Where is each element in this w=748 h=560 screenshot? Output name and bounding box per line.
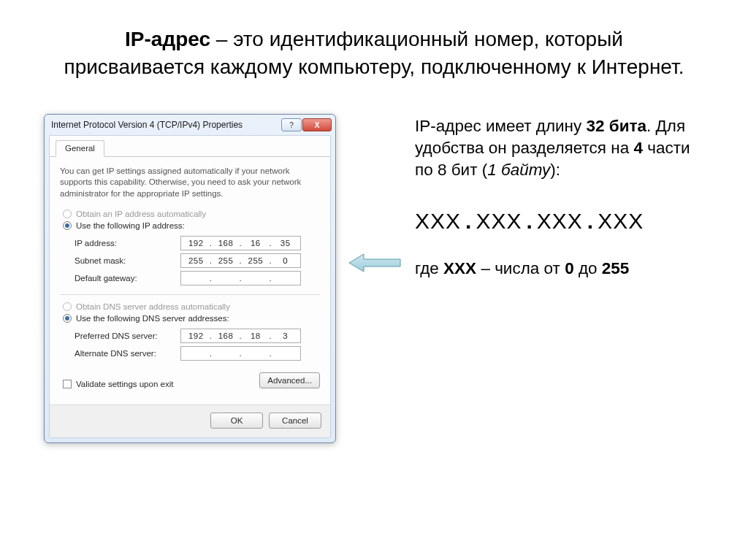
radio-icon <box>63 221 72 230</box>
advanced-button[interactable]: Advanced... <box>259 372 320 388</box>
help-button[interactable]: ? <box>281 118 302 131</box>
checkbox-label: Validate settings upon exit <box>76 380 173 388</box>
text-bold: 32 бита <box>587 117 647 135</box>
alternate-dns-input[interactable]: . . . <box>180 346 301 361</box>
pattern-octet: ХХХ <box>537 209 583 233</box>
label-ip: IP address: <box>75 239 180 248</box>
ipv4-properties-dialog: Internet Protocol Version 4 (TCP/IPv4) P… <box>44 114 336 444</box>
validate-checkbox[interactable]: Validate settings upon exit <box>63 380 173 388</box>
intro-text: You can get IP settings assigned automat… <box>60 166 320 200</box>
ip-octet: 168 <box>215 239 236 248</box>
checkbox-icon <box>63 380 72 388</box>
text: ): <box>550 161 560 179</box>
ip-octet: 192 <box>186 239 206 248</box>
text: IP-адрес имеет длину <box>415 117 587 135</box>
label-gateway: Default gateway: <box>75 274 180 283</box>
text-italic: 1 байту <box>487 161 550 179</box>
radio-obtain-dns-auto: Obtain DNS server address automatically <box>63 302 320 311</box>
pattern-octet: ХХХ <box>415 209 461 233</box>
radio-label: Obtain DNS server address automatically <box>76 302 230 311</box>
radio-icon <box>63 302 72 311</box>
ip-octet: 0 <box>275 256 296 265</box>
label-subnet: Subnet mask: <box>75 256 180 265</box>
pattern-octet: ХХХ <box>476 209 522 233</box>
text-bold: 4 <box>634 139 644 157</box>
ip-address-input[interactable]: 192. 168. 16. 35 <box>180 236 301 250</box>
text-bold: 0 <box>565 259 574 277</box>
pattern-octet: ХХХ <box>598 209 644 233</box>
title-bold: IP-адрес <box>125 28 210 50</box>
window-title: Internet Protocol Version 4 (TCP/IPv4) P… <box>51 120 243 130</box>
ok-button[interactable]: OK <box>210 413 263 429</box>
ip-octet: 192 <box>186 331 206 340</box>
close-button[interactable]: X <box>302 118 332 131</box>
divider <box>60 294 320 295</box>
ip-octet: 255 <box>215 256 236 265</box>
ip-octet: 255 <box>186 256 206 265</box>
text-bold: ХХХ <box>443 259 476 277</box>
radio-label: Obtain an IP address automatically <box>76 210 206 218</box>
text-bold: 255 <box>602 259 630 277</box>
ip-octet: 3 <box>275 331 296 340</box>
radio-icon <box>63 210 72 218</box>
label-preferred-dns: Preferred DNS server: <box>75 331 180 340</box>
cancel-button[interactable]: Cancel <box>269 413 321 429</box>
explanation-text: IP-адрес имеет длину 32 бита. Для удобст… <box>415 114 711 280</box>
ip-octet: 255 <box>245 256 266 265</box>
ip-octet: 35 <box>275 239 296 248</box>
titlebar[interactable]: Internet Protocol Version 4 (TCP/IPv4) P… <box>45 115 335 135</box>
radio-obtain-ip-auto[interactable]: Obtain an IP address automatically <box>63 210 320 218</box>
ip-octet: 168 <box>215 331 236 340</box>
gateway-input[interactable]: . . . <box>180 271 301 285</box>
text: до <box>574 259 602 277</box>
radio-icon <box>63 314 72 323</box>
ip-octet: 16 <box>245 239 266 248</box>
radio-use-ip[interactable]: Use the following IP address: <box>63 221 320 230</box>
close-icon: X <box>315 121 320 129</box>
radio-label: Use the following DNS server addresses: <box>76 314 229 323</box>
tab-row: General <box>50 140 330 157</box>
arrow-left-icon <box>349 253 402 273</box>
where-text: где ХХХ – числа от 0 до 255 <box>415 258 711 280</box>
text: где <box>415 259 443 277</box>
preferred-dns-input[interactable]: 192. 168. 18. 3 <box>180 329 301 343</box>
radio-label: Use the following IP address: <box>76 221 185 230</box>
radio-use-dns[interactable]: Use the following DNS server addresses: <box>63 314 320 323</box>
ip-pattern: ХХХ.ХХХ.ХХХ.ХХХ <box>415 207 711 237</box>
ip-octet: 18 <box>245 331 266 340</box>
svg-marker-0 <box>349 254 400 272</box>
question-icon: ? <box>289 121 294 129</box>
text: – числа от <box>476 259 565 277</box>
tab-general[interactable]: General <box>56 140 104 157</box>
label-alternate-dns: Alternate DNS server: <box>75 349 180 358</box>
slide-title: IP-адрес – это идентификационный номер, … <box>0 0 748 81</box>
subnet-mask-input[interactable]: 255. 255. 255. 0 <box>180 253 301 268</box>
